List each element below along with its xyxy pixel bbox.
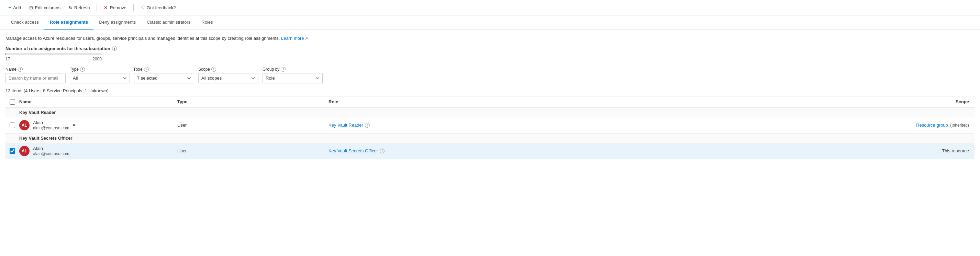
role-info-icon[interactable]: i (380, 149, 385, 153)
table-row: AL Alain alain@contoso.com, User Key Vau… (5, 143, 975, 159)
quota-section: Number of role assignments for this subs… (5, 46, 975, 62)
scope-inherited-text: (Inherited) (950, 123, 969, 128)
filters-bar: Name i Type i All User Group Service Pri… (5, 67, 975, 84)
tab-deny-assignments[interactable]: Deny assignments (94, 16, 141, 30)
row-checkbox-cell (5, 123, 19, 128)
table-row: AL Alain alain@contoso.com User Key Vaul… (5, 117, 975, 133)
role-info-icon[interactable]: i (365, 123, 370, 128)
row-type-cell: User (177, 123, 328, 128)
avatar: AL (19, 146, 30, 156)
group-by-select[interactable]: Role Type Scope None (262, 73, 323, 84)
quota-progress-bar (5, 53, 102, 55)
filter-scope-label: Scope i (198, 67, 258, 72)
filter-name-label: Name i (5, 67, 66, 72)
add-button[interactable]: + Add (5, 3, 24, 13)
row-role-cell: Key Vault Secrets Officer i (328, 148, 906, 153)
quota-current: 17 (5, 57, 10, 62)
separator-1 (97, 4, 97, 11)
main-content: Manage access to Azure resources for use… (0, 30, 980, 165)
feedback-button[interactable]: ♡ Got feedback? (138, 3, 179, 12)
header-scope: Scope (906, 99, 975, 104)
row-checkbox-alain-officer[interactable] (10, 148, 15, 154)
row-scope-cell: This resource (906, 148, 975, 153)
tab-check-access[interactable]: Check access (5, 16, 45, 30)
role-link[interactable]: Key Vault Secrets Officer i (328, 148, 906, 153)
feedback-icon: ♡ (140, 5, 145, 10)
scope-this-resource-text: This resource (942, 148, 969, 153)
tab-roles[interactable]: Roles (196, 16, 218, 30)
select-all-checkbox[interactable] (10, 99, 15, 105)
row-scope-cell: Resource group (Inherited) (906, 123, 975, 128)
row-name-cell: AL Alain alain@contoso.com, (19, 146, 177, 156)
quota-numbers: 17 2000 (5, 57, 102, 62)
tabs-bar: Check access Role assignments Deny assig… (0, 16, 980, 30)
table-header-row: Name Type Role Scope (5, 96, 975, 108)
feedback-label: Got feedback? (147, 5, 176, 10)
group-by-info-icon[interactable]: i (281, 67, 286, 72)
items-count: 13 items (4 Users, 8 Service Principals,… (5, 88, 975, 93)
email-text: alain@contoso.com, (33, 151, 70, 156)
row-role-cell: Key Vault Reader i (328, 123, 906, 128)
name-info-icon[interactable]: i (18, 67, 23, 72)
group-header-key-vault-reader: Key Vault Reader (5, 108, 975, 117)
remove-button[interactable]: ✕ Remove (101, 3, 129, 12)
avatar: AL (19, 120, 30, 130)
type-info-icon[interactable]: i (80, 67, 85, 72)
data-table: Name Type Role Scope Key Vault Reader AL… (5, 96, 975, 159)
quota-max: 2000 (92, 57, 102, 62)
filter-group-by-label: Group by i (262, 67, 323, 72)
display-name: Alain (33, 120, 69, 125)
header-role: Role (328, 99, 906, 104)
role-info-icon[interactable]: i (144, 67, 149, 72)
quota-progress-fill (5, 53, 6, 55)
header-name: Name (19, 99, 177, 104)
edit-columns-button[interactable]: ⊞ Edit columns (27, 3, 63, 12)
display-name: Alain (33, 146, 70, 151)
row-type-cell: User (177, 148, 328, 153)
add-label: Add (13, 5, 21, 10)
edit-columns-label: Edit columns (35, 5, 60, 10)
row-checkbox-alain-reader[interactable] (10, 123, 15, 128)
role-select[interactable]: 7 selected (134, 73, 194, 84)
quota-label: Number of role assignments for this subs… (5, 46, 975, 51)
search-input[interactable] (5, 73, 66, 84)
type-select[interactable]: All User Group Service Principal Managed… (70, 73, 130, 84)
refresh-icon: ↻ (69, 5, 73, 10)
filter-role-label: Role i (134, 67, 194, 72)
scope-info-icon[interactable]: i (211, 67, 216, 72)
separator-2 (133, 4, 134, 11)
scope-select[interactable]: All scopes This resource Resource group … (198, 73, 258, 84)
filter-type-group: Type i All User Group Service Principal … (70, 67, 130, 84)
edit-columns-icon: ⊞ (29, 5, 33, 10)
filter-group-by-group: Group by i Role Type Scope None (262, 67, 323, 84)
header-type: Type (177, 99, 328, 104)
row-name-cell: AL Alain alain@contoso.com (19, 120, 177, 130)
learn-more-link[interactable]: Learn more↗ (281, 36, 307, 41)
toolbar: + Add ⊞ Edit columns ↻ Refresh ✕ Remove … (0, 0, 980, 16)
tab-classic-administrators[interactable]: Classic administrators (141, 16, 196, 30)
tab-role-assignments[interactable]: Role assignments (45, 16, 94, 30)
add-icon: + (8, 5, 11, 11)
role-link[interactable]: Key Vault Reader i (328, 123, 906, 128)
name-info: Alain alain@contoso.com (33, 120, 69, 130)
email-text: alain@contoso.com (33, 126, 69, 130)
row-checkbox-cell (5, 148, 19, 154)
refresh-label: Refresh (74, 5, 90, 10)
refresh-button[interactable]: ↻ Refresh (66, 3, 93, 12)
remove-label: Remove (110, 5, 126, 10)
dot-indicator (73, 124, 75, 126)
name-info: Alain alain@contoso.com, (33, 146, 70, 156)
scope-resource-group-link[interactable]: Resource group (916, 123, 948, 128)
header-checkbox-cell (5, 99, 19, 105)
external-link-icon: ↗ (305, 36, 308, 41)
filter-scope-group: Scope i All scopes This resource Resourc… (198, 67, 258, 84)
quota-info-icon[interactable]: i (112, 46, 117, 51)
description-text: Manage access to Azure resources for use… (5, 35, 975, 42)
filter-type-label: Type i (70, 67, 130, 72)
filter-role-group: Role i 7 selected (134, 67, 194, 84)
remove-icon: ✕ (104, 5, 108, 10)
group-header-key-vault-secrets-officer: Key Vault Secrets Officer (5, 133, 975, 143)
filter-name-group: Name i (5, 67, 66, 84)
